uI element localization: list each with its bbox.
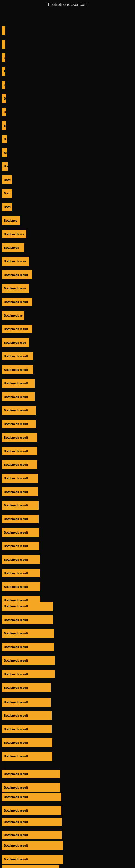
bar-label: Bottleneck result [2, 325, 32, 333]
bar-item: Bottleneck result [2, 750, 52, 763]
bar-item: Bottleneck [2, 241, 24, 254]
bar-label: Bottleneck result [2, 643, 54, 651]
bar-label: Bottleneck result [2, 711, 52, 720]
bar-item: Bottleneck result [2, 736, 52, 749]
bar-item: Bottleneck re [2, 309, 24, 322]
bar-item: Bottleneck result [2, 580, 41, 593]
bar-label: Bottleneck result [2, 831, 61, 839]
bar-item: Bottleneck result [2, 390, 35, 403]
bar-item: Bottleneck resu [2, 255, 29, 268]
bar-label: Bott [2, 189, 12, 198]
bar-item: Bottleneck result [2, 268, 32, 281]
bar-label: Bottleneck result [2, 629, 54, 638]
bar-label: Bottleneck [2, 243, 24, 252]
bar-label: Bottleneck result [2, 515, 39, 523]
bar-label: Bottleneck resu [2, 338, 29, 347]
bar-item: E [2, 65, 5, 78]
bar-label: Bottleneck result [2, 698, 51, 707]
bar-item: Bottl [2, 173, 12, 186]
bar-item: Bottleneck result [2, 709, 52, 722]
bar-label: Bo [2, 94, 6, 103]
bar-item: E [2, 79, 5, 91]
bar-item: Bottleneck result [2, 296, 32, 308]
bar-label: Bottleneck result [2, 298, 32, 306]
bar-label: Bottleneck result [2, 770, 60, 778]
bar-item: Bo [2, 119, 6, 132]
bar-item: Bottleneck result [2, 404, 36, 417]
bar-item: Bottleneck result [2, 431, 37, 444]
bar-label: Bottlenec [2, 216, 20, 225]
bar-label: Bottleneck result [2, 460, 37, 469]
bar-item: Bo [2, 160, 8, 173]
bar-label: Bottleneck result [2, 656, 55, 665]
bar-label: Bottleneck result [2, 433, 37, 442]
bar-label: Bottleneck re [2, 311, 24, 320]
bar-label: Bottleneck result [2, 488, 38, 496]
bar-item: Bott [2, 187, 12, 200]
bar-label: Bottleneck result [2, 683, 51, 692]
bar-item: Bottleneck result [2, 553, 40, 566]
bar-label: Bottleneck resu [2, 257, 29, 266]
bar-label: Bottl [2, 176, 12, 184]
bar-label: Bottleneck result [2, 474, 38, 483]
bar-label: E [2, 81, 5, 89]
bar-label: Bottleneck result [2, 817, 61, 826]
bar-label: Bottleneck result [2, 865, 59, 868]
bar-label: Bo [2, 121, 6, 130]
bar-item: Bottleneck result [2, 863, 59, 868]
bar-label: Bottleneck res [2, 230, 27, 239]
bar-item: Bottleneck result [2, 444, 37, 458]
bar-item: E [2, 51, 5, 64]
bar-item: Bottleneck result [2, 681, 51, 694]
bar-item: Bottleneck resu [2, 336, 29, 349]
site-title: TheBottlenecker.com [0, 0, 135, 9]
bar-label: Bottleneck result [2, 793, 61, 801]
chart-container: EEEBoBoBoBoBoBoBottlBottBottlBottlenecBo… [0, 9, 135, 864]
bar-item: Bottleneck result [2, 790, 61, 803]
bar-item: Bottleneck result [2, 458, 37, 471]
bar-label: Bottleneck result [2, 501, 39, 510]
bar-label: Bottleneck result [2, 670, 55, 678]
bar-label: Bottleneck result [2, 447, 37, 456]
bar-item: Bottleneck result [2, 567, 40, 580]
bar-label: Bo [2, 108, 6, 116]
bar-label: Bottleneck result [2, 602, 53, 611]
bar-item: Bottleneck res [2, 227, 27, 241]
bar-label: Bottleneck result [2, 555, 40, 564]
bar-label: Bottleneck result [2, 365, 33, 374]
bar-label: Bo [2, 135, 7, 144]
bar-item: Bottleneck result [2, 363, 33, 376]
bar-label: Bo [2, 148, 7, 157]
bar-item [2, 38, 5, 51]
bar-item: Bottleneck result [2, 472, 38, 485]
bar-label: Bottleneck result [2, 582, 41, 591]
bar-label [2, 40, 5, 49]
bar-label: E [2, 67, 5, 76]
bar-label: Bottleneck result [2, 393, 35, 401]
bar-item: Bo [2, 105, 6, 119]
bar-item: Bottleneck result [2, 600, 53, 613]
bar-item: Bo [2, 92, 6, 105]
bar-item: Bottleneck result [2, 815, 61, 828]
bar-label [2, 26, 5, 35]
bar-item: Bottleneck result [2, 513, 39, 525]
bar-item: Bottl [2, 200, 12, 214]
bar-label: Bottleneck result [2, 379, 35, 388]
bar-label: Bottleneck result [2, 406, 36, 415]
bar-label: Bottleneck resu [2, 284, 29, 293]
bar-label: Bottleneck result [2, 616, 53, 624]
bar-item: Bottleneck result [2, 839, 63, 852]
bar-label: Bottleneck result [2, 271, 32, 279]
bar-item: Bottleneck result [2, 613, 53, 626]
bar-item: Bottleneck result [2, 377, 35, 390]
bar-label: Bottleneck result [2, 725, 52, 734]
bar-item: Bottleneck resu [2, 282, 29, 295]
bar-item: Bottleneck result [2, 723, 52, 736]
bar-item: Bottlenec [2, 214, 20, 227]
bar-label: Bottleneck result [2, 352, 33, 361]
bar-item: Bottleneck result [2, 485, 38, 498]
bar-item: Bottleneck result [2, 696, 51, 709]
bar-label: Bo [2, 162, 8, 170]
bar-label: Bottl [2, 203, 12, 211]
bar-label: Bottleneck result [2, 841, 63, 850]
